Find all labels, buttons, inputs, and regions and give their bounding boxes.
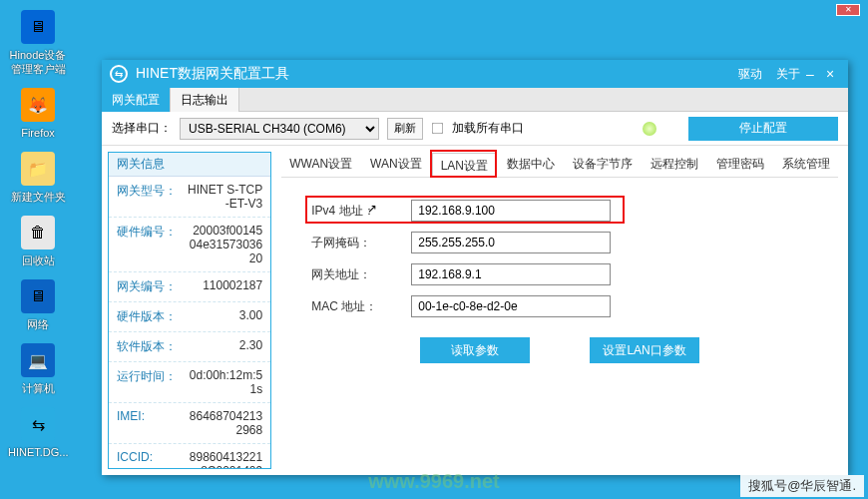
desktop-icon-label: 新建文件夹 xyxy=(8,190,68,204)
titlebar-action-driver[interactable]: 驱动 xyxy=(738,66,762,83)
info-key: 运行时间： xyxy=(117,368,187,396)
info-key: 硬件版本： xyxy=(117,308,187,325)
desktop-icon-4[interactable]: 🖥网络 xyxy=(8,279,68,331)
subtab-6[interactable]: 管理密码 xyxy=(708,152,772,177)
app-title: HINET数据网关配置工具 xyxy=(136,65,724,83)
form-label: 网关地址： xyxy=(311,266,411,283)
info-value: 2.30 xyxy=(187,338,262,355)
desktop-icon-6[interactable]: ⇆HINET.DG... xyxy=(8,407,68,459)
desktop-icon-label: HINET.DG... xyxy=(8,445,68,459)
lan-settings-form: IPv4 地址：子网掩码：网关地址：MAC 地址：↖ xyxy=(281,178,838,317)
info-value: 110002187 xyxy=(187,278,262,295)
form-label: 子网掩码： xyxy=(311,235,411,251)
desktop-glyph-icon: ⇆ xyxy=(21,407,55,441)
titlebar: HINET数据网关配置工具 驱动 关于 – × xyxy=(102,60,848,88)
sohu-attribution: 搜狐号@华辰智通. xyxy=(740,475,864,497)
form-row: 网关地址： xyxy=(311,263,808,285)
form-label: MAC 地址： xyxy=(311,298,411,315)
form-row: MAC 地址： xyxy=(311,295,808,317)
info-key: 硬件编号： xyxy=(117,224,187,265)
subtab-3[interactable]: 数据中心 xyxy=(499,152,563,177)
load-all-ports-label: 加载所有串口 xyxy=(452,120,524,137)
info-key: ICCID: xyxy=(117,450,187,468)
info-key: 软件版本： xyxy=(117,338,187,355)
titlebar-action-about[interactable]: 关于 xyxy=(776,66,800,83)
desktop-icon-label: 回收站 xyxy=(8,253,68,267)
gateway-info-row: 硬件编号：20003f0014504e3157303620 xyxy=(109,218,270,272)
info-key: 网关编号： xyxy=(117,278,187,295)
gateway-info-row: IMEI:864687042132968 xyxy=(109,403,270,444)
tab-gateway-config[interactable]: 网关配置 xyxy=(102,88,171,112)
desktop-icon-label: 计算机 xyxy=(8,381,68,395)
desktop-glyph-icon: 🖥 xyxy=(21,279,55,313)
minimize-button[interactable]: – xyxy=(800,66,820,82)
info-value: HINET S-TCP-ET-V3 xyxy=(187,183,262,211)
serial-select[interactable]: USB-SERIAL CH340 (COM6) xyxy=(180,118,379,140)
gateway-info-row: 网关编号：110002187 xyxy=(109,272,270,302)
info-value: 20003f0014504e3157303620 xyxy=(187,224,262,265)
form-input-0[interactable] xyxy=(411,200,611,222)
desktop-glyph-icon: 🖥 xyxy=(21,10,55,44)
form-row: IPv4 地址： xyxy=(311,200,808,222)
info-key: 网关型号： xyxy=(117,183,187,211)
desktop-icon-label: Hinode设备管理客户端 xyxy=(8,48,68,76)
desktop-icon-5[interactable]: 💻计算机 xyxy=(8,343,68,395)
subtab-0[interactable]: WWAN设置 xyxy=(281,152,360,177)
app-window: HINET数据网关配置工具 驱动 关于 – × 网关配置 日志输出 选择串口： … xyxy=(102,60,848,475)
desktop-icon-1[interactable]: 🦊Firefox xyxy=(8,88,68,140)
serial-label: 选择串口： xyxy=(112,120,172,137)
info-value: 3.00 xyxy=(187,308,262,325)
subtab-4[interactable]: 设备字节序 xyxy=(565,152,641,177)
desktop-glyph-icon: 🦊 xyxy=(21,88,55,122)
load-all-ports-checkbox[interactable] xyxy=(432,123,444,135)
main-panel: WWAN设置WAN设置LAN设置数据中心设备字节序远程控制管理密码系统管理 IP… xyxy=(271,146,848,475)
desktop-icon-3[interactable]: 🗑回收站 xyxy=(8,216,68,267)
subtab-5[interactable]: 远程控制 xyxy=(643,152,706,177)
form-input-3[interactable] xyxy=(411,295,611,317)
subtab-1[interactable]: WAN设置 xyxy=(362,152,430,177)
subtab-2[interactable]: LAN设置 xyxy=(432,153,497,178)
app-logo-icon xyxy=(110,65,128,83)
gateway-info-row: ICCID:898604132218C0021409 xyxy=(109,444,270,468)
info-value: 898604132218C0021409 xyxy=(187,450,262,468)
set-lan-params-button[interactable]: 设置LAN口参数 xyxy=(590,337,699,363)
form-input-1[interactable] xyxy=(411,232,611,253)
desktop-icon-label: 网络 xyxy=(8,317,68,331)
serial-toolbar: 选择串口： USB-SERIAL CH340 (COM6) 刷新 加载所有串口 … xyxy=(102,112,848,146)
status-indicator-icon xyxy=(643,122,656,136)
gateway-info-row: 运行时间：0d:00h:12m:51s xyxy=(109,362,270,403)
desktop-icon-2[interactable]: 📁新建文件夹 xyxy=(8,152,68,204)
form-input-2[interactable] xyxy=(411,263,611,285)
primary-tabs: 网关配置 日志输出 xyxy=(102,88,848,112)
info-value: 864687042132968 xyxy=(187,409,262,437)
close-button[interactable]: × xyxy=(820,66,840,82)
subtab-7[interactable]: 系统管理 xyxy=(774,152,838,177)
form-row: 子网掩码： xyxy=(311,232,808,253)
desktop-glyph-icon: 📁 xyxy=(21,152,55,186)
gateway-info-row: 硬件版本：3.00 xyxy=(109,302,270,332)
desktop-icon-column: 🖥Hinode设备管理客户端🦊Firefox📁新建文件夹🗑回收站🖥网络💻计算机⇆… xyxy=(8,10,68,471)
gateway-info-heading: 网关信息 xyxy=(109,153,270,177)
desktop-icon-0[interactable]: 🖥Hinode设备管理客户端 xyxy=(8,10,68,76)
gateway-info-row: 网关型号：HINET S-TCP-ET-V3 xyxy=(109,177,270,218)
settings-subtabs: WWAN设置WAN设置LAN设置数据中心设备字节序远程控制管理密码系统管理 xyxy=(281,152,838,178)
desktop-glyph-icon: 💻 xyxy=(21,343,55,377)
read-params-button[interactable]: 读取参数 xyxy=(420,337,530,363)
desktop-icon-label: Firefox xyxy=(8,126,68,140)
refresh-button[interactable]: 刷新 xyxy=(387,118,423,140)
cursor-icon: ↖ xyxy=(367,202,377,216)
form-label: IPv4 地址： xyxy=(311,203,411,220)
tab-log-output[interactable]: 日志输出 xyxy=(171,88,239,112)
info-key: IMEI: xyxy=(117,409,187,437)
gateway-info-panel: 网关信息 网关型号：HINET S-TCP-ET-V3硬件编号：20003f00… xyxy=(108,152,271,469)
gateway-info-row: 软件版本：2.30 xyxy=(109,332,270,362)
info-value: 0d:00h:12m:51s xyxy=(187,368,262,396)
desktop-glyph-icon: 🗑 xyxy=(21,216,55,250)
stop-config-button[interactable]: 停止配置 xyxy=(688,117,838,141)
desktop-close-badge[interactable] xyxy=(836,4,860,16)
